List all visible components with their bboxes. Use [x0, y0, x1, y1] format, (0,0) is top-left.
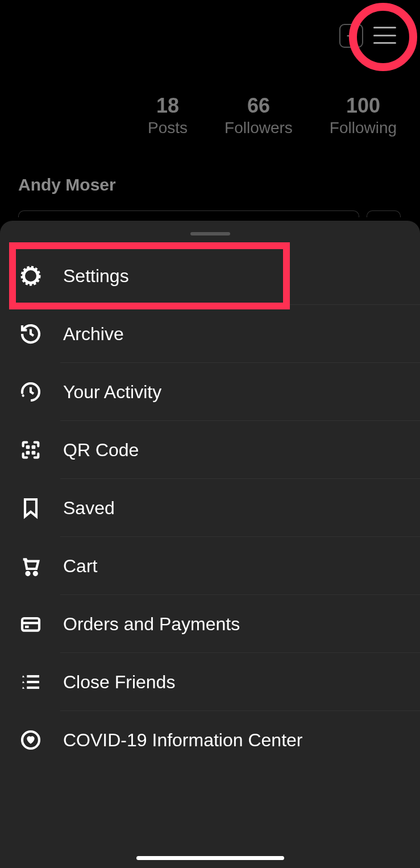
menu-item-activity[interactable]: Your Activity — [0, 363, 420, 421]
menu-button[interactable] — [373, 27, 396, 44]
following-label: Following — [330, 119, 397, 137]
followers-count: 66 — [247, 94, 270, 118]
svg-marker-18 — [22, 687, 24, 688]
menu-item-close-friends[interactable]: Close Friends — [0, 653, 420, 711]
archive-icon — [19, 323, 42, 345]
cart-icon — [19, 555, 42, 577]
menu-item-archive[interactable]: Archive — [0, 305, 420, 363]
profile-name: Andy Moser — [18, 175, 116, 195]
svg-rect-7 — [26, 451, 30, 455]
home-indicator[interactable] — [136, 856, 284, 860]
menu-item-covid[interactable]: COVID-19 Information Center — [0, 711, 420, 769]
qr-icon — [19, 439, 42, 461]
svg-point-10 — [34, 572, 37, 575]
menu-item-settings[interactable]: Settings — [0, 247, 420, 305]
menu-label: Your Activity — [63, 382, 161, 403]
menu-label: Cart — [63, 556, 97, 577]
stat-followers[interactable]: 66 Followers — [224, 94, 293, 137]
edit-profile-button[interactable] — [18, 210, 359, 217]
svg-rect-6 — [32, 445, 36, 449]
stat-following[interactable]: 100 Following — [330, 94, 397, 137]
menu-label: Close Friends — [63, 672, 175, 693]
settings-highlight-box — [9, 242, 290, 309]
menu-label: Saved — [63, 498, 115, 519]
menu-item-qr[interactable]: QR Code — [0, 421, 420, 479]
card-icon — [19, 613, 42, 635]
menu-item-saved[interactable]: Saved — [0, 479, 420, 537]
bookmark-icon — [19, 497, 42, 519]
profile-stats: 18 Posts 66 Followers 100 Following — [148, 94, 397, 137]
menu-list: Settings Archive Your — [0, 235, 420, 769]
svg-marker-14 — [22, 675, 24, 677]
svg-rect-5 — [26, 445, 30, 449]
discover-people-button[interactable] — [367, 210, 401, 217]
svg-rect-8 — [32, 451, 36, 455]
menu-label: QR Code — [63, 440, 139, 461]
svg-marker-16 — [22, 681, 24, 683]
menu-label: Archive — [63, 324, 124, 345]
following-count: 100 — [346, 94, 380, 118]
menu-label: Orders and Payments — [63, 614, 240, 635]
activity-icon — [19, 381, 42, 403]
menu-item-orders[interactable]: Orders and Payments — [0, 595, 420, 653]
svg-rect-11 — [22, 618, 39, 631]
svg-point-9 — [27, 572, 30, 575]
menu-item-cart[interactable]: Cart — [0, 537, 420, 595]
followers-label: Followers — [224, 119, 293, 137]
menu-label: COVID-19 Information Center — [63, 730, 303, 751]
heart-circle-icon — [19, 729, 42, 751]
menu-sheet: Settings Archive Your — [0, 221, 420, 868]
posts-label: Posts — [148, 119, 188, 137]
posts-count: 18 — [156, 94, 179, 118]
list-icon — [19, 671, 42, 693]
stat-posts[interactable]: 18 Posts — [148, 94, 188, 137]
hamburger-icon — [373, 27, 396, 28]
